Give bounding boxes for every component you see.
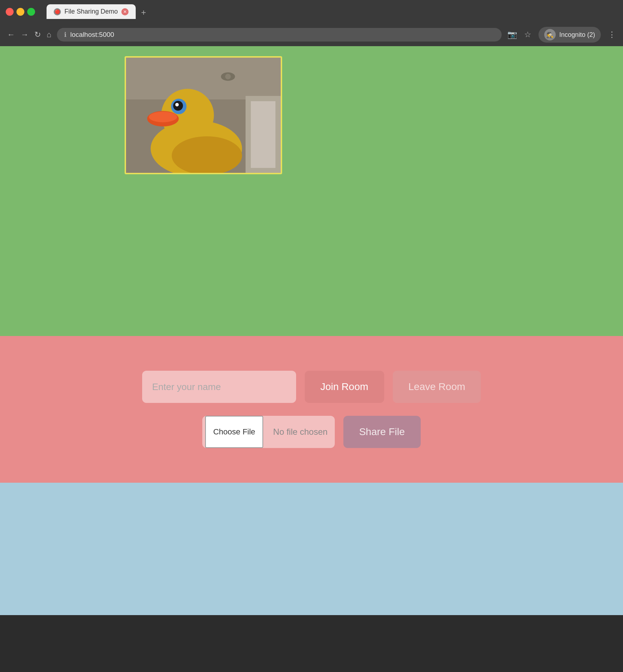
incognito-avatar: 🕵 xyxy=(544,29,556,40)
close-window-button[interactable] xyxy=(6,8,14,16)
duck-video-svg xyxy=(126,58,281,173)
svg-rect-1 xyxy=(126,58,281,99)
svg-rect-5 xyxy=(251,101,276,168)
svg-point-13 xyxy=(149,112,177,122)
share-file-button[interactable]: Share File xyxy=(343,416,421,448)
active-tab[interactable]: 🔴 File Sharing Demo ✕ xyxy=(47,4,136,19)
forward-button[interactable]: → xyxy=(21,30,29,39)
svg-point-3 xyxy=(225,74,231,79)
name-input[interactable] xyxy=(142,371,296,403)
leave-room-button[interactable]: Leave Room xyxy=(393,371,481,403)
title-bar: 🔴 File Sharing Demo ✕ + xyxy=(0,0,623,23)
bookmark-icon[interactable]: ☆ xyxy=(524,30,531,39)
tab-title: File Sharing Demo xyxy=(64,8,118,15)
video-feed xyxy=(126,58,281,173)
join-room-button[interactable]: Join Room xyxy=(305,371,384,403)
more-options-icon[interactable]: ⋮ xyxy=(608,30,616,39)
chat-section xyxy=(0,483,623,615)
url-info-icon: ℹ xyxy=(64,31,67,39)
minimize-window-button[interactable] xyxy=(16,8,24,16)
file-input-wrapper: Choose File No file chosen xyxy=(202,416,334,448)
home-button[interactable]: ⌂ xyxy=(47,30,51,39)
incognito-badge[interactable]: 🕵 Incognito (2) xyxy=(539,27,601,43)
svg-point-11 xyxy=(175,103,179,107)
traffic-lights xyxy=(6,8,35,16)
controls-section: Join Room Leave Room Choose File No file… xyxy=(0,336,623,483)
close-tab-button[interactable]: ✕ xyxy=(121,8,129,15)
video-container xyxy=(125,56,282,174)
page-content: Join Room Leave Room Choose File No file… xyxy=(0,46,623,615)
tab-favicon: 🔴 xyxy=(54,8,61,15)
browser-chrome: 🔴 File Sharing Demo ✕ + ← → ↻ ⌂ ℹ localh… xyxy=(0,0,623,46)
video-section xyxy=(0,46,623,336)
file-name-label: No file chosen xyxy=(266,427,335,437)
url-text: localhost:5000 xyxy=(70,31,114,39)
choose-file-button[interactable]: Choose File xyxy=(205,416,263,448)
controls-row1: Join Room Leave Room xyxy=(142,371,481,403)
address-bar-right: 📷 ☆ 🕵 Incognito (2) ⋮ xyxy=(507,27,616,43)
url-bar[interactable]: ℹ localhost:5000 xyxy=(57,28,502,42)
new-tab-button[interactable]: + xyxy=(137,6,150,19)
maximize-window-button[interactable] xyxy=(27,8,35,16)
incognito-label: Incognito (2) xyxy=(559,31,595,39)
back-button[interactable]: ← xyxy=(7,30,15,39)
nav-buttons: ← → ↻ ⌂ xyxy=(7,30,51,39)
camera-icon[interactable]: 📷 xyxy=(507,30,517,39)
controls-row2: Choose File No file chosen Share File xyxy=(202,416,420,448)
reload-button[interactable]: ↻ xyxy=(34,30,41,39)
tab-bar: 🔴 File Sharing Demo ✕ + xyxy=(41,4,156,19)
address-bar: ← → ↻ ⌂ ℹ localhost:5000 📷 ☆ 🕵 Incognito… xyxy=(0,23,623,46)
